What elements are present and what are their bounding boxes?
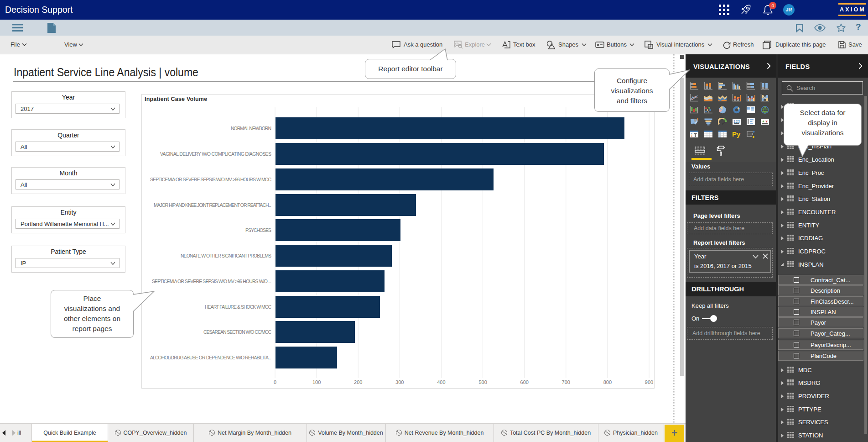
svg-text:100: 100 xyxy=(312,379,321,385)
svg-text:0: 0 xyxy=(274,379,276,385)
svg-text:400: 400 xyxy=(437,379,445,385)
svg-text:700: 700 xyxy=(562,379,570,385)
svg-text:NEONATE W OTHER SIGNIFICANT PR: NEONATE W OTHER SIGNIFICANT PROBLEMS xyxy=(181,253,271,258)
svg-text:Py: Py xyxy=(732,130,741,138)
svg-text:SEPTICEMIA OR SEVERE SEPSIS W/: SEPTICEMIA OR SEVERE SEPSIS W/O MV >96 H… xyxy=(152,279,271,284)
svg-text:NORMAL NEWBORN: NORMAL NEWBORN xyxy=(231,126,271,131)
svg-text:800: 800 xyxy=(603,379,612,385)
svg-text:MAJOR HIP AND KNEE JOINT REPLA: MAJOR HIP AND KNEE JOINT REPLACEMENT OR … xyxy=(154,202,271,208)
svg-text:SEPTICEMIA OR SEVERE SEPSIS W/: SEPTICEMIA OR SEVERE SEPSIS W/O MV >96 H… xyxy=(150,177,271,182)
svg-text:VAGINAL DELIVERY W/O COMPLICAT: VAGINAL DELIVERY W/O COMPLICATING DIAGNO… xyxy=(160,151,271,157)
svg-text:300: 300 xyxy=(395,379,404,385)
svg-text:HEART FAILURE & SHOCK W MCC: HEART FAILURE & SHOCK W MCC xyxy=(205,304,271,310)
svg-text:123: 123 xyxy=(733,119,740,124)
svg-text:CESAREAN SECTION W/O CC/MCC: CESAREAN SECTION W/O CC/MCC xyxy=(203,329,271,335)
svg-text:500: 500 xyxy=(478,379,487,385)
svg-text:600: 600 xyxy=(520,379,529,385)
svg-text:PSYCHOSES: PSYCHOSES xyxy=(245,227,271,233)
svg-text:200: 200 xyxy=(354,379,362,385)
svg-text:900: 900 xyxy=(645,379,653,385)
svg-text:ALCOHOL/DRUG ABUSE OR DEPENDEN: ALCOHOL/DRUG ABUSE OR DEPENDENCE W/O REH… xyxy=(150,355,271,360)
